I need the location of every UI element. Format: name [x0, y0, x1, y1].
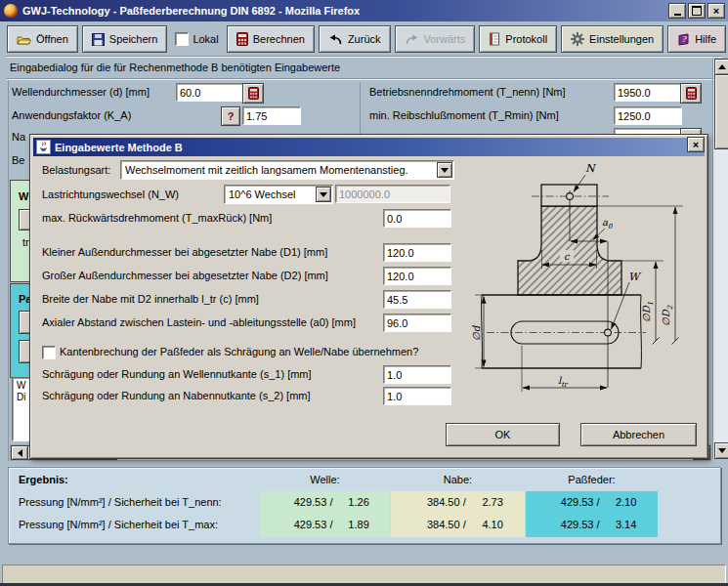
- load-cycles-count-input: [335, 185, 450, 203]
- large-hub-diameter-input[interactable]: [383, 267, 451, 285]
- open-label: Öffnen: [36, 33, 68, 45]
- max-reverse-torque-input[interactable]: [383, 209, 451, 228]
- save-button[interactable]: Speichern: [82, 25, 168, 53]
- close-icon: ×: [713, 6, 719, 16]
- label-d2: ∅D2: [661, 305, 674, 326]
- toolbar: Öffnen Speichern Lokal Berechnen Zurück …: [0, 22, 728, 56]
- hub-width-label: Breite der Nabe mit D2 innerhalb l_tr (c…: [42, 293, 259, 305]
- column-header-welle: Welle:: [260, 474, 390, 485]
- max-reverse-torque-label: max. Rückwärtsdrehmoment (T_maxRück) [Nm…: [42, 212, 272, 224]
- column-header-passfeder: Paßfeder:: [526, 474, 658, 485]
- nominal-torque-calc-button[interactable]: [680, 83, 702, 104]
- maximize-button[interactable]: [688, 3, 706, 19]
- hub-width-input[interactable]: [383, 290, 451, 309]
- edge-chamfer-checkbox[interactable]: [42, 346, 56, 359]
- nominal-torque-input[interactable]: [614, 83, 682, 102]
- ok-button[interactable]: OK: [446, 423, 560, 446]
- help-book-icon: ?: [677, 33, 690, 46]
- results-panel: Ergebnis: Welle: Nabe: Paßfeder: Pressun…: [8, 467, 721, 544]
- welle-tnenn-row: 429.53 /1.26: [260, 491, 390, 514]
- window-titlebar: GWJ-Technology - Paßfederberechnung DIN …: [0, 0, 728, 21]
- open-button[interactable]: Öffnen: [7, 25, 78, 53]
- result-row2-label: Pressung [N/mm²] / Sicherheit bei T_max:: [19, 519, 218, 530]
- maximize-icon: [692, 6, 702, 16]
- help-button[interactable]: ? Hilfe: [667, 25, 726, 53]
- save-label: Speichern: [109, 33, 158, 45]
- forward-button: Vorwärts: [395, 25, 476, 53]
- label-d: ∅d: [472, 324, 482, 341]
- label-ltr: ltr: [558, 375, 569, 389]
- small-hub-diameter-label: Kleiner Außendurchmesser bei abgesetzter…: [42, 246, 327, 258]
- subtitle-separator: [6, 78, 722, 80]
- vertical-scrollbar[interactable]: [712, 59, 728, 459]
- minimize-icon: [674, 14, 681, 16]
- forward-label: Vorwärts: [424, 33, 466, 45]
- scroll-up-button[interactable]: [714, 59, 728, 75]
- load-cycles-dropdown[interactable]: 10^6 Wechsel: [224, 185, 333, 204]
- nabe-result-cell: 384.50 /2.73 384.50 /4.10: [391, 491, 525, 537]
- local-checkbox[interactable]: [175, 32, 189, 46]
- calculator-icon: [248, 87, 259, 100]
- truncated-label-be: Be: [12, 154, 24, 166]
- down-arrow-icon: [718, 448, 726, 457]
- edge-chamfer-label: Kantenbrechung der Paßfeder als Schrägun…: [60, 346, 418, 357]
- chevron-down-icon: [320, 192, 327, 201]
- result-row1-label: Pressung [N/mm²] / Sicherheit bei T_nenn…: [19, 496, 222, 508]
- dropdown-button[interactable]: [316, 187, 331, 202]
- redo-arrow-icon: [405, 34, 419, 45]
- undo-arrow-icon: [328, 34, 343, 45]
- close-icon: ×: [693, 139, 699, 150]
- column-header-nabe: Nabe:: [391, 474, 525, 485]
- scroll-down-button[interactable]: [714, 442, 728, 459]
- label-w: W: [628, 271, 642, 283]
- large-hub-diameter-label: Großer Außendurchmesser bei abgesetzter …: [42, 270, 328, 281]
- up-arrow-icon: [718, 61, 726, 69]
- load-cycles-label: Lastrichtungswechsel (N_W): [42, 188, 179, 200]
- status-bar: [2, 565, 726, 584]
- scroll-left-button[interactable]: [11, 445, 28, 460]
- welle-panel-text: tr: [22, 236, 29, 248]
- shaft-diameter-label: Wellendurchmesser (d) [mm]: [12, 86, 150, 98]
- welle-panel-heading: W: [19, 190, 28, 202]
- protocol-button[interactable]: Protokoll: [479, 25, 557, 53]
- minimize-button[interactable]: [668, 3, 686, 19]
- settings-button[interactable]: Einstellungen: [561, 25, 664, 53]
- settings-label: Einstellungen: [589, 33, 654, 45]
- java-icon: [36, 140, 51, 154]
- passfeder-result-cell: 429.53 /2.10 429.53 /3.14: [526, 491, 658, 537]
- calculate-label: Berechnen: [253, 33, 305, 45]
- hub-groove-chamfer-input[interactable]: [383, 387, 451, 405]
- nabe-tnenn-row: 384.50 /2.73: [391, 491, 525, 514]
- shaft-diameter-calc-button[interactable]: [242, 83, 264, 104]
- local-checkbox-group: Lokal: [171, 32, 222, 46]
- cancel-button[interactable]: Abbrechen: [580, 423, 697, 446]
- load-type-label: Belastungsart:: [42, 164, 110, 176]
- calculate-button[interactable]: Berechnen: [227, 25, 315, 53]
- calculator-icon: [236, 32, 248, 46]
- application-factor-input[interactable]: [242, 106, 301, 125]
- dropdown-button[interactable]: [437, 162, 452, 178]
- label-n: N: [585, 162, 597, 175]
- application-factor-help-button[interactable]: ?: [221, 106, 240, 126]
- back-button[interactable]: Zurück: [319, 25, 391, 53]
- friction-torque-label: min. Reibschlußmoment (T_Rmin) [Nm]: [369, 109, 559, 121]
- small-hub-diameter-input[interactable]: [383, 243, 451, 262]
- welle-tmax-row: 429.53 /1.89: [260, 514, 390, 536]
- input-dialog-method-b: Eingabewerte Methode B × Belastungsart: …: [29, 134, 708, 459]
- dialog-title: Eingabewerte Methode B: [55, 142, 183, 153]
- close-button[interactable]: ×: [707, 3, 725, 19]
- shaft-groove-chamfer-input[interactable]: [383, 365, 451, 384]
- application-factor-label: Anwendungsfaktor (K_A): [12, 109, 131, 121]
- axial-distance-input[interactable]: [383, 314, 451, 332]
- page-subtitle: Eingabedialog für die für Rechenmethode …: [10, 62, 340, 73]
- shaft-diameter-input[interactable]: [176, 83, 244, 102]
- floppy-icon: [92, 33, 105, 46]
- key-joint-technical-drawing: N W a0 c: [472, 150, 707, 416]
- nominal-torque-label: Betriebsnenndrehmoment (T_nenn) [Nm]: [369, 86, 566, 98]
- protocol-label: Protokoll: [505, 33, 547, 45]
- load-type-dropdown[interactable]: Wechselmoment mit zeitlich langsamem Mom…: [120, 160, 454, 180]
- open-folder-icon: [17, 33, 31, 46]
- vertical-scroll-thumb[interactable]: [714, 74, 728, 149]
- friction-torque-input[interactable]: [614, 106, 682, 125]
- document-icon: [489, 32, 500, 46]
